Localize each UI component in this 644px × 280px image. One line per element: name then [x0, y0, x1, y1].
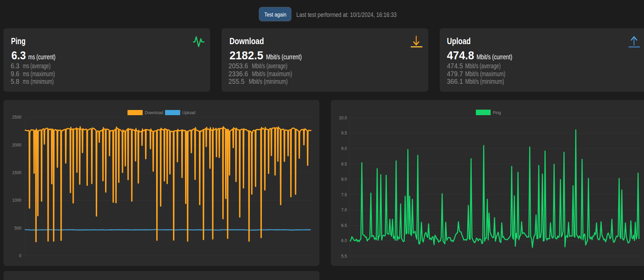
svg-text:7.0: 7.0 [341, 208, 347, 212]
svg-text:9.0: 9.0 [341, 146, 347, 151]
svg-text:500: 500 [14, 226, 21, 231]
svg-text:9.5: 9.5 [341, 131, 347, 136]
svg-text:Ping: Ping [493, 110, 501, 115]
svg-text:6.5: 6.5 [341, 223, 347, 228]
svg-text:Download: Download [145, 110, 163, 115]
svg-text:1500: 1500 [12, 170, 21, 175]
svg-text:2000: 2000 [12, 143, 21, 148]
svg-text:2500: 2500 [12, 115, 21, 120]
svg-text:7.5: 7.5 [341, 192, 347, 197]
svg-text:5.5: 5.5 [341, 254, 347, 259]
svg-text:6.0: 6.0 [341, 238, 347, 243]
svg-text:8.0: 8.0 [341, 177, 347, 182]
svg-text:8.5: 8.5 [341, 162, 347, 167]
svg-text:1000: 1000 [12, 198, 21, 203]
svg-text:Upload: Upload [182, 110, 195, 115]
svg-text:0: 0 [19, 253, 21, 258]
svg-text:10.0: 10.0 [339, 116, 347, 120]
